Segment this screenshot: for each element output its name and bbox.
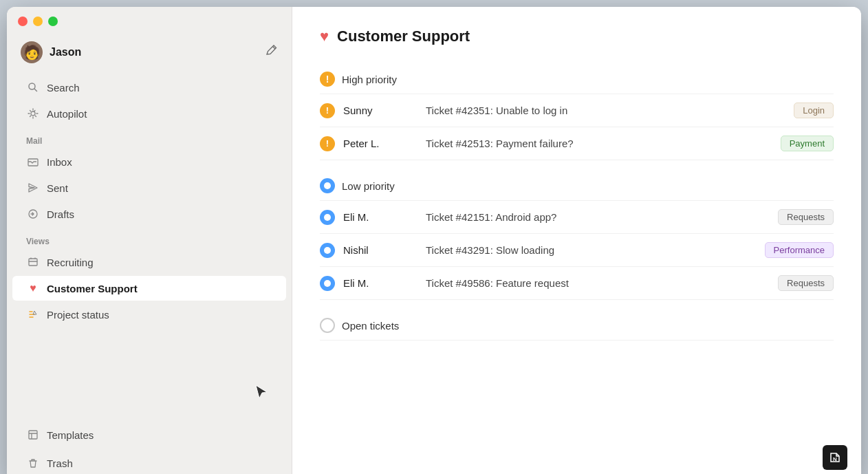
close-button[interactable] xyxy=(18,17,28,26)
ticket-assignee: Eli M. xyxy=(343,277,426,289)
ticket-title: Ticket #42151: Android app? xyxy=(426,211,778,223)
drafts-icon xyxy=(26,207,40,221)
autopilot-icon xyxy=(26,107,40,120)
open-tickets-icon xyxy=(320,318,335,333)
low-priority-header: Low priority xyxy=(320,171,834,201)
ticket-title: Ticket #42351: Unable to log in xyxy=(426,105,794,116)
sidebar-item-search[interactable]: Search xyxy=(12,75,286,100)
ticket-tag: Login xyxy=(794,103,834,118)
recruiting-label: Recruiting xyxy=(47,257,94,268)
sidebar-item-templates[interactable]: Templates xyxy=(12,422,286,447)
project-status-icon xyxy=(26,308,40,321)
drafts-label: Drafts xyxy=(47,208,74,220)
inbox-label: Inbox xyxy=(47,156,72,168)
customer-support-label: Customer Support xyxy=(47,283,138,294)
table-row[interactable]: Eli M. Ticket #42151: Android app? Reque… xyxy=(320,201,834,234)
sent-label: Sent xyxy=(47,182,68,194)
table-row[interactable]: Eli M. Ticket #49586: Feature request Re… xyxy=(320,267,834,300)
ticket-high-icon: ! xyxy=(320,103,335,118)
sidebar-item-project-status[interactable]: Project status xyxy=(12,302,286,327)
svg-rect-5 xyxy=(29,431,37,439)
open-tickets-header: Open tickets xyxy=(320,311,834,341)
notion-icon: N xyxy=(823,445,847,470)
table-row[interactable]: ! Peter L. Ticket #42513: Payment failur… xyxy=(320,127,834,160)
sidebar-item-inbox[interactable]: Inbox xyxy=(12,149,286,174)
ticket-low-icon xyxy=(320,243,335,258)
window-controls xyxy=(18,17,58,26)
sidebar-item-sent[interactable]: Sent xyxy=(12,175,286,200)
templates-icon xyxy=(26,428,40,442)
avatar: 🧑 xyxy=(21,41,43,63)
table-row[interactable]: Nishil Ticket #43291: Slow loading Perfo… xyxy=(320,234,834,267)
open-tickets-label: Open tickets xyxy=(342,320,399,332)
high-priority-icon: ! xyxy=(320,72,335,87)
sidebar: 🧑 Jason Search xyxy=(7,7,292,474)
open-tickets-section: Open tickets xyxy=(320,311,834,341)
project-status-label: Project status xyxy=(47,309,109,321)
low-priority-label: Low priority xyxy=(342,180,395,192)
ticket-tag: Requests xyxy=(778,275,834,291)
sidebar-item-drafts[interactable]: Drafts xyxy=(12,202,286,226)
app-window: 🧑 Jason Search xyxy=(7,7,861,474)
user-name: Jason xyxy=(50,46,81,58)
page-title: Customer Support xyxy=(337,28,470,45)
low-priority-icon xyxy=(320,178,335,193)
main-content: ♥ Customer Support ! High priority ! Sun… xyxy=(292,7,861,474)
high-priority-section: ! High priority ! Sunny Ticket #42351: U… xyxy=(320,65,834,160)
sidebar-item-autopilot[interactable]: Autopilot xyxy=(12,101,286,126)
sent-icon xyxy=(26,181,40,195)
sidebar-item-customer-support[interactable]: ♥ Customer Support xyxy=(12,276,286,301)
ticket-low-icon xyxy=(320,210,335,225)
ticket-tag: Performance xyxy=(765,242,834,258)
trash-icon xyxy=(26,456,40,470)
ticket-title: Ticket #43291: Slow loading xyxy=(426,244,765,256)
svg-point-1 xyxy=(31,111,35,116)
page-heart-icon: ♥ xyxy=(320,28,329,45)
svg-rect-4 xyxy=(29,259,37,266)
minimize-button[interactable] xyxy=(33,17,43,26)
low-priority-section: Low priority Eli M. Ticket #42151: Andro… xyxy=(320,171,834,300)
compose-icon[interactable] xyxy=(265,45,278,60)
svg-text:N: N xyxy=(833,456,837,462)
sidebar-item-trash[interactable]: Trash xyxy=(12,451,286,474)
user-info: 🧑 Jason xyxy=(21,41,81,63)
high-priority-header: ! High priority xyxy=(320,65,834,94)
ticket-high-icon: ! xyxy=(320,136,335,151)
recruiting-icon xyxy=(26,255,40,269)
high-priority-label: High priority xyxy=(342,74,397,85)
ticket-title: Ticket #49586: Feature request xyxy=(426,277,778,289)
maximize-button[interactable] xyxy=(48,17,58,26)
sidebar-header: 🧑 Jason xyxy=(7,36,292,74)
ticket-tag: Payment xyxy=(781,136,834,151)
ticket-assignee: Peter L. xyxy=(343,138,426,149)
customer-support-nav-icon: ♥ xyxy=(26,281,40,295)
sidebar-item-recruiting[interactable]: Recruiting xyxy=(12,250,286,274)
trash-label: Trash xyxy=(47,457,73,469)
ticket-tag: Requests xyxy=(778,209,834,225)
inbox-icon xyxy=(26,155,40,169)
autopilot-label: Autopilot xyxy=(47,108,87,120)
ticket-title: Ticket #42513: Payment failure? xyxy=(426,138,781,149)
page-header: ♥ Customer Support xyxy=(320,28,834,45)
ticket-assignee: Nishil xyxy=(343,244,426,256)
templates-label: Templates xyxy=(47,429,94,441)
search-label: Search xyxy=(47,82,80,94)
ticket-assignee: Sunny xyxy=(343,105,426,116)
views-section-label: Views xyxy=(7,227,292,249)
ticket-assignee: Eli M. xyxy=(343,211,426,223)
mail-section-label: Mail xyxy=(7,127,292,149)
ticket-low-icon xyxy=(320,276,335,291)
table-row[interactable]: ! Sunny Ticket #42351: Unable to log in … xyxy=(320,94,834,127)
search-icon xyxy=(26,80,40,94)
